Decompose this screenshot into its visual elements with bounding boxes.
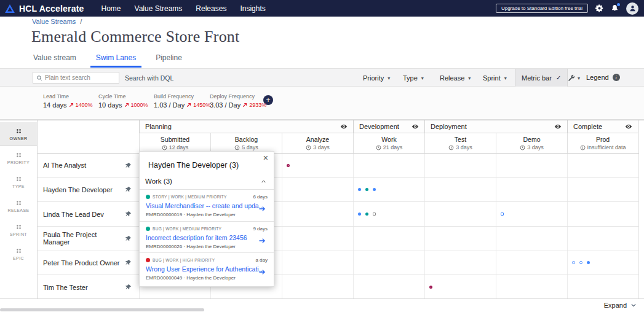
pin-icon[interactable]: [125, 235, 132, 242]
lane-cell[interactable]: [424, 275, 496, 299]
lane-cell[interactable]: [424, 251, 496, 275]
lane-cell[interactable]: [353, 275, 424, 299]
user-avatar[interactable]: [626, 2, 638, 15]
work-item-card[interactable]: STORY | WORK | MEDIUM PRIORITY6 daysVisu…: [140, 189, 274, 221]
expand-button[interactable]: Expand: [604, 302, 637, 309]
lane-cell[interactable]: [424, 154, 496, 177]
work-item-dot[interactable]: [365, 188, 368, 191]
open-item-arrow-icon[interactable]: [258, 268, 266, 276]
tab-value-stream[interactable]: Value stream: [28, 53, 82, 68]
tab-pipeline[interactable]: Pipeline: [150, 53, 188, 68]
work-item-dot[interactable]: [358, 213, 361, 216]
upgrade-button[interactable]: Upgrade to Standard Edition free trial: [496, 4, 588, 13]
work-item-dot[interactable]: [429, 286, 432, 289]
chevron-down-icon: ▾: [421, 76, 424, 81]
lane-header-spacer: [38, 133, 139, 153]
work-item-dot[interactable]: [373, 188, 376, 191]
filter-dropdown-priority[interactable]: Priority▾: [363, 74, 390, 82]
work-item-dot[interactable]: [501, 213, 504, 216]
lane-cell[interactable]: [424, 202, 496, 226]
work-item-dot[interactable]: [365, 213, 368, 216]
swimlane-tim-the-tester: Tim The Tester: [38, 275, 639, 300]
horizontal-scrollbar-thumb[interactable]: [0, 308, 204, 311]
lane-cell[interactable]: [282, 178, 353, 202]
work-item-card[interactable]: BUG | WORK | MEDIUM PRIORITY9 daysIncorr…: [140, 221, 274, 253]
lane-cell[interactable]: [282, 202, 353, 226]
item-age: a day: [255, 257, 268, 263]
lane-cell[interactable]: [353, 178, 424, 202]
search-input[interactable]: [45, 74, 116, 81]
lane-cell[interactable]: [282, 251, 353, 275]
pin-icon[interactable]: [125, 186, 132, 193]
pin-icon[interactable]: [125, 259, 132, 266]
filter-dropdown-release[interactable]: Release▾: [440, 74, 471, 82]
eye-icon[interactable]: [625, 123, 632, 130]
lane-cell[interactable]: [567, 275, 638, 299]
brand[interactable]: HCL Accelerate: [0, 4, 84, 14]
metric-bar-toggle[interactable]: Metric bar ✓: [515, 69, 568, 87]
group-by-type[interactable]: TYPE: [0, 170, 37, 194]
work-item-dot[interactable]: [373, 213, 376, 216]
dql-search-link[interactable]: Search with DQL: [125, 74, 173, 82]
eye-icon[interactable]: [554, 123, 562, 130]
lane-cell[interactable]: [496, 251, 567, 275]
group-by-sprint[interactable]: SPRINT: [0, 218, 37, 242]
lane-cell[interactable]: [496, 202, 567, 226]
lane-cell[interactable]: [567, 227, 638, 251]
group-by-owner[interactable]: OWNER: [0, 122, 37, 146]
lane-cell[interactable]: [282, 275, 353, 299]
filter-dropdown-sprint[interactable]: Sprint▾: [483, 74, 507, 82]
lane-cell[interactable]: [496, 227, 567, 251]
nav-item-home[interactable]: Home: [95, 1, 128, 17]
work-item-card[interactable]: BUG | WORK | HIGH PRIORITYa dayWrong Use…: [140, 252, 274, 284]
lane-cell[interactable]: [567, 154, 638, 177]
open-item-arrow-icon[interactable]: [258, 205, 266, 213]
pin-icon[interactable]: [125, 284, 132, 291]
popup-section-header[interactable]: Work (3): [140, 173, 274, 189]
lane-cell[interactable]: [496, 154, 567, 177]
pin-icon[interactable]: [125, 162, 132, 169]
lane-cell[interactable]: [353, 202, 424, 226]
work-item-dot[interactable]: [572, 261, 575, 264]
nav-item-releases[interactable]: Releases: [189, 1, 233, 17]
search-box[interactable]: [33, 72, 119, 84]
notification-badge: [617, 3, 620, 6]
lane-cell[interactable]: [353, 154, 424, 177]
item-title-link[interactable]: Visual Merchandiser -- create and upda..…: [146, 202, 268, 209]
nav-item-value-streams[interactable]: Value Streams: [128, 1, 189, 17]
nav-item-insights[interactable]: Insights: [233, 1, 272, 17]
lane-cell[interactable]: [496, 275, 567, 299]
lane-cell[interactable]: [424, 178, 496, 202]
close-icon[interactable]: ×: [263, 154, 268, 162]
lane-cell[interactable]: [353, 227, 424, 251]
lane-cell[interactable]: [282, 227, 353, 251]
item-title-link[interactable]: Wrong User Experience for Authenticati..…: [146, 265, 268, 273]
work-item-dot[interactable]: [287, 164, 290, 167]
group-by-epic[interactable]: EPIC: [0, 242, 37, 266]
lane-cell[interactable]: [567, 251, 638, 275]
open-item-arrow-icon[interactable]: [258, 237, 266, 244]
lane-cell[interactable]: [424, 227, 496, 251]
lane-cell[interactable]: [567, 178, 638, 202]
pin-icon[interactable]: [125, 211, 132, 217]
breadcrumb-link[interactable]: Value Streams: [32, 18, 76, 25]
lane-cell[interactable]: [282, 154, 353, 177]
legend-button[interactable]: Legend i: [586, 74, 620, 81]
eye-icon[interactable]: [411, 123, 419, 130]
settings-gear-icon[interactable]: [595, 4, 603, 12]
work-item-dot[interactable]: [358, 188, 361, 191]
lane-cell[interactable]: [567, 202, 638, 226]
notifications-bell-icon[interactable]: [611, 4, 619, 12]
filter-dropdown-type[interactable]: Type▾: [403, 74, 424, 82]
work-item-dot[interactable]: [579, 261, 582, 264]
tools-dropdown[interactable]: ▾: [568, 74, 580, 82]
work-item-dot[interactable]: [587, 261, 590, 264]
lane-cell[interactable]: [496, 178, 567, 202]
tab-swim-lanes[interactable]: Swim Lanes: [90, 53, 141, 68]
group-by-release[interactable]: RELEASE: [0, 194, 37, 218]
group-by-priority[interactable]: PRIORITY: [0, 146, 37, 170]
work-item-card-top: STORY | WORK | MEDIUM PRIORITY6 days: [146, 194, 268, 200]
lane-cell[interactable]: [353, 251, 424, 275]
eye-icon[interactable]: [340, 123, 348, 130]
item-title-link[interactable]: Incorrect description for item 23456: [146, 234, 268, 241]
